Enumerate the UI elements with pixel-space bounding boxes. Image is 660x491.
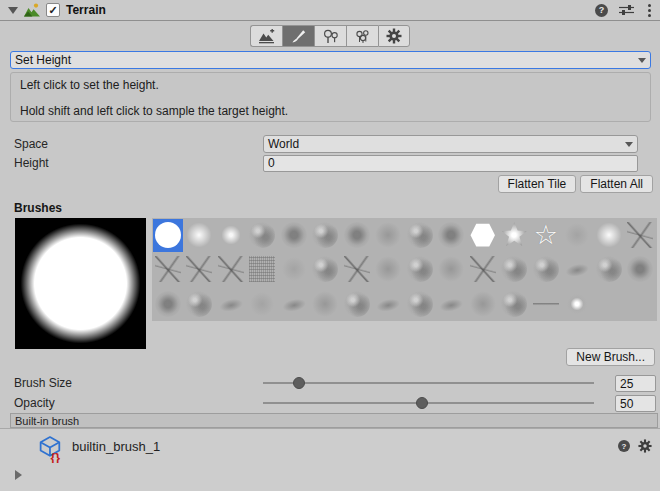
brush-thumbnail-tex[interactable]: [594, 253, 624, 286]
brush-size-slider[interactable]: [263, 374, 594, 392]
brush-thumbnail-star[interactable]: ☆: [531, 219, 561, 252]
brush-thumbnail-tex[interactable]: [405, 219, 435, 252]
asset-gear-icon[interactable]: [638, 439, 652, 453]
brush-shape-wisp: [436, 288, 467, 319]
brush-thumbnail-faint[interactable]: [562, 219, 592, 252]
brush-shape-line: [533, 291, 559, 317]
brush-shape-tex: [407, 222, 433, 248]
asset-foldout-arrow[interactable]: [15, 470, 22, 480]
brush-thumbnail-line[interactable]: [531, 287, 561, 320]
flatten-all-button[interactable]: Flatten All: [580, 175, 653, 193]
brush-thumbnail-glow[interactable]: [184, 219, 214, 252]
brush-shape-softdk: [281, 222, 307, 248]
brush-thumbnail-faint[interactable]: [279, 253, 309, 286]
brush-thumbnail-softdk[interactable]: [153, 287, 183, 320]
brush-shape-tex: [186, 291, 212, 317]
brush-thumbnail-hex[interactable]: [468, 219, 498, 252]
brush-thumbnail-wisp[interactable]: [216, 287, 246, 320]
tool-paint-terrain-button[interactable]: [282, 25, 314, 47]
scriptable-object-cube-icon: {}: [38, 435, 64, 463]
brush-thumbnail-tex[interactable]: [405, 253, 435, 286]
brush-thumbnail-tex[interactable]: [342, 287, 372, 320]
svg-text:{}: {}: [50, 451, 60, 463]
mountain-plus-icon: [258, 29, 275, 44]
brush-thumbnail-wisp[interactable]: [562, 253, 592, 286]
brush-thumbnail-dot[interactable]: [562, 287, 592, 320]
brush-thumbnail-burst[interactable]: [499, 219, 529, 252]
opacity-slider[interactable]: [263, 394, 594, 412]
brush-thumbnail-twig[interactable]: [184, 253, 214, 286]
brush-thumbnail-wisp[interactable]: [436, 287, 466, 320]
brush-thumbnail-softdk[interactable]: [436, 219, 466, 252]
component-foldout-arrow[interactable]: [8, 7, 18, 14]
kebab-menu-icon[interactable]: [645, 3, 654, 18]
brush-thumbnail-tex[interactable]: [310, 219, 340, 252]
brush-thumbnail-softdk[interactable]: [342, 219, 372, 252]
brush-thumbnail-noise[interactable]: [247, 253, 277, 286]
brush-thumbnail-glow-sm[interactable]: [216, 219, 246, 252]
brush-size-slider-knob[interactable]: [293, 377, 305, 389]
brush-shape-tex: [312, 256, 338, 282]
inspector-header: ✓ Terrain ?: [0, 0, 660, 21]
brush-shape-softdk: [627, 256, 653, 282]
component-enabled-checkbox[interactable]: ✓: [46, 3, 60, 17]
brush-shape-dot: [564, 291, 590, 317]
brush-thumbnail-glow[interactable]: [594, 219, 624, 252]
brush-shape-twig: [218, 256, 244, 282]
brush-shape-tex: [501, 256, 527, 282]
help-icon[interactable]: ?: [595, 4, 608, 17]
brush-thumbnail-tex[interactable]: [310, 253, 340, 286]
brush-thumbnail-twig[interactable]: [468, 253, 498, 286]
brush-shape-softdk: [344, 222, 370, 248]
flatten-tile-button[interactable]: Flatten Tile: [498, 175, 577, 193]
tool-create-neighbor-button[interactable]: [250, 25, 282, 47]
brush-shape-faint: [249, 291, 275, 317]
brush-thumbnail-soft[interactable]: [373, 219, 403, 252]
brush-thumbnail-softdk[interactable]: [625, 253, 655, 286]
brush-shape-twig: [470, 256, 496, 282]
brush-shape-glow: [186, 222, 212, 248]
space-dropdown[interactable]: World: [263, 135, 638, 153]
brush-thumbnail-wisp[interactable]: [279, 287, 309, 320]
built-in-brush-selector[interactable]: Built-in brush: [10, 413, 658, 428]
asset-help-icon[interactable]: ?: [618, 440, 630, 452]
brush-shape-tex: [407, 256, 433, 282]
presets-icon[interactable]: [619, 4, 634, 16]
height-input[interactable]: [263, 155, 638, 172]
brush-thumbnail-tex[interactable]: [184, 287, 214, 320]
brush-thumbnail-softdk[interactable]: [279, 219, 309, 252]
tool-paint-details-button[interactable]: [346, 25, 378, 47]
brush-thumbnail-tex[interactable]: [499, 253, 529, 286]
brush-thumbnail-tex[interactable]: [531, 253, 561, 286]
paint-mode-dropdown[interactable]: Set Height: [10, 51, 651, 69]
brush-thumbnail-tex[interactable]: [405, 287, 435, 320]
brush-thumbnail-tex[interactable]: [499, 287, 529, 320]
component-title: Terrain: [66, 3, 106, 17]
brush-size-value-input[interactable]: [615, 375, 656, 392]
brush-thumbnail-faint[interactable]: [247, 287, 277, 320]
paint-brush-icon: [291, 28, 307, 44]
brush-shape-twig: [344, 256, 370, 282]
new-brush-button[interactable]: New Brush...: [566, 348, 655, 366]
tool-paint-trees-button[interactable]: [314, 25, 346, 47]
brush-thumbnail-hard[interactable]: [153, 219, 183, 252]
brush-thumbnail-twig[interactable]: [216, 253, 246, 286]
brush-thumbnail-soft[interactable]: [310, 287, 340, 320]
brush-thumbnail-wisp[interactable]: [373, 287, 403, 320]
height-label: Height: [0, 156, 263, 170]
opacity-slider-knob[interactable]: [416, 397, 428, 409]
brush-thumbnail-twig[interactable]: [342, 253, 372, 286]
opacity-value-input[interactable]: [615, 395, 656, 412]
brush-shape-twig: [186, 256, 212, 282]
tool-terrain-settings-button[interactable]: [378, 25, 410, 47]
terrain-component-icon: [24, 3, 40, 17]
brush-thumbnail-twig[interactable]: [625, 219, 655, 252]
brush-thumbnail-soft[interactable]: [373, 253, 403, 286]
brush-thumbnail-soft[interactable]: [468, 287, 498, 320]
gear-icon: [386, 28, 402, 44]
brush-thumbnail-soft[interactable]: [436, 253, 466, 286]
brush-shape-hard: [155, 222, 181, 248]
brush-thumbnail-tex[interactable]: [247, 219, 277, 252]
brush-shape-wisp: [562, 254, 593, 285]
brush-thumbnail-twig[interactable]: [153, 253, 183, 286]
